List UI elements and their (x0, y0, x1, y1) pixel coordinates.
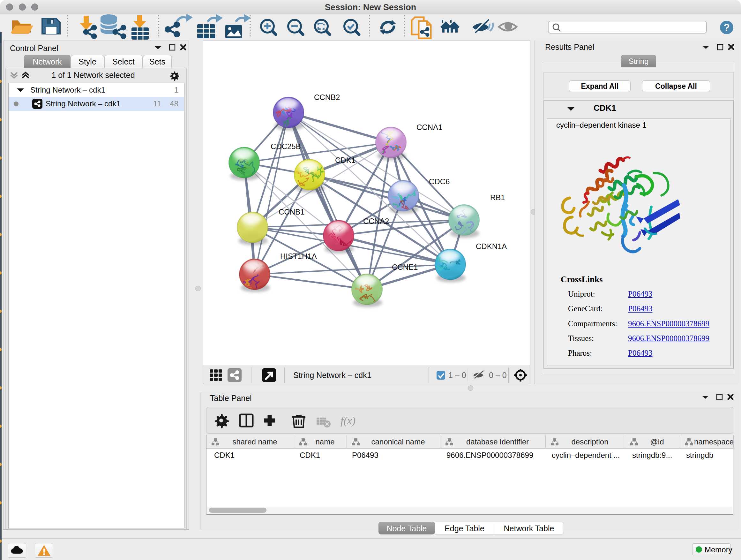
svg-text:CDC6: CDC6 (429, 177, 450, 186)
svg-text:CCNB2: CCNB2 (314, 93, 340, 102)
svg-text:String Network – cdk1: String Network – cdk1 (293, 371, 372, 380)
svg-text:0 – 0: 0 – 0 (489, 371, 507, 380)
svg-text:CDKN1A: CDKN1A (476, 242, 507, 251)
svg-text:RB1: RB1 (490, 193, 505, 202)
svg-text:CCNA2: CCNA2 (363, 217, 389, 226)
svg-text:CCNB1: CCNB1 (279, 207, 305, 216)
svg-text:1 – 0: 1 – 0 (448, 371, 466, 380)
svg-text:CDC25B: CDC25B (271, 142, 301, 151)
svg-text:CDK1: CDK1 (335, 156, 355, 165)
svg-text:HIST1H1A: HIST1H1A (280, 252, 317, 260)
svg-text:CCNA1: CCNA1 (416, 123, 442, 132)
svg-text:CCNE1: CCNE1 (392, 263, 418, 271)
svg-text:f(x): f(x) (340, 415, 355, 427)
